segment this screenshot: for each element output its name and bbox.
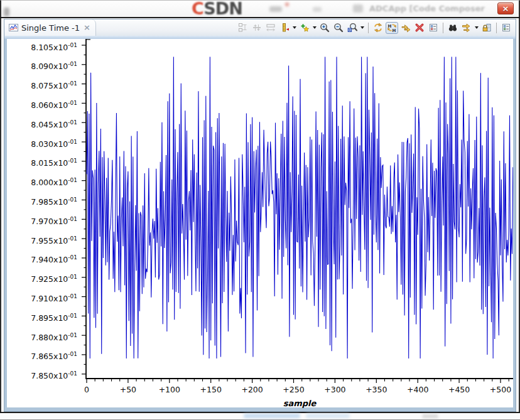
x-tick-label: +300 xyxy=(324,385,345,394)
toolbar-separator xyxy=(496,23,497,33)
interleave-channels-icon[interactable] xyxy=(237,22,249,34)
ghost-blob-2 xyxy=(313,7,322,12)
toolbar-separator xyxy=(443,23,443,33)
graph-content: 8.105x10-018.090x10-018.075x10-018.060x1… xyxy=(4,39,516,411)
x-tick-label: +50 xyxy=(120,385,136,394)
outside-bottom-strip xyxy=(0,413,520,420)
y-tick-label: 7.970x10-01 xyxy=(7,215,77,226)
x-tick-label: +350 xyxy=(366,385,387,394)
graph-toolbar: H H xyxy=(237,19,516,36)
single-time-graph-view: Single Time -1 × xyxy=(4,19,516,412)
x-axis-title: sample xyxy=(283,399,317,408)
y-tick-label: 7.985x10-01 xyxy=(7,195,77,207)
x-tick-label: +100 xyxy=(159,385,180,394)
y-tick-label: 7.865x10-01 xyxy=(7,350,77,361)
zoom-in-icon[interactable] xyxy=(318,22,331,34)
ghost-taskbar-blob-3 xyxy=(422,414,438,418)
window-close-button[interactable]: × xyxy=(497,3,514,14)
view-menu-icon[interactable] xyxy=(500,22,512,34)
y-tick-label: 8.090x10-01 xyxy=(7,60,77,71)
zoom-region-icon[interactable] xyxy=(346,22,359,34)
tab-close-icon[interactable]: × xyxy=(83,24,91,31)
y-tick-label: 7.955x10-01 xyxy=(7,234,77,245)
window-titlebar: CSDN ADCApp [Code Composer × xyxy=(1,1,519,17)
refresh-icon[interactable] xyxy=(372,22,384,34)
ghost-blob-3 xyxy=(353,4,363,13)
y-tick-label: 7.895x10-01 xyxy=(7,311,77,323)
export-data-dropdown-icon[interactable] xyxy=(475,26,479,29)
csdn-watermark: CSDN xyxy=(192,0,242,18)
svg-text:H: H xyxy=(393,28,396,33)
toolbar-separator xyxy=(368,23,369,33)
measure-marker-dropdown-icon[interactable] xyxy=(293,26,296,29)
measure-marker-icon[interactable] xyxy=(278,22,291,34)
y-tick-label: 8.105x10-01 xyxy=(7,41,77,52)
signal-trace xyxy=(87,57,513,358)
titlebar-separator xyxy=(0,17,520,18)
continuous-refresh-icon[interactable]: H H xyxy=(386,22,398,34)
y-tick-label: 7.925x10-01 xyxy=(7,272,77,284)
export-data-icon[interactable] xyxy=(460,22,473,34)
fit-data-icon[interactable] xyxy=(264,22,277,34)
zoom-region-dropdown-icon[interactable] xyxy=(360,26,364,29)
add-graph-icon[interactable] xyxy=(298,22,311,34)
csdn-watermark-rest: SDN xyxy=(203,0,242,18)
ghost-blob-1 xyxy=(269,6,282,12)
line-chart-icon xyxy=(9,23,18,32)
plot-canvas[interactable] xyxy=(7,39,513,407)
x-tick-label: +400 xyxy=(407,385,428,394)
y-tick-label: 8.030x10-01 xyxy=(7,137,77,149)
y-tick-label: 7.910x10-01 xyxy=(7,292,77,303)
ghost-window-title: ADCApp [Code Composer xyxy=(369,4,495,13)
x-tick-label: 0 xyxy=(84,385,89,394)
x-tick-label: +500 xyxy=(490,385,511,394)
y-tick-label: 7.880x10-01 xyxy=(7,331,77,342)
tab-single-time-1[interactable]: Single Time -1 × xyxy=(5,19,96,36)
lock-panels-icon[interactable] xyxy=(480,22,493,34)
ghost-taskbar-blob-1 xyxy=(244,414,300,418)
x-tick-label: +450 xyxy=(448,385,470,394)
csdn-watermark-c: C xyxy=(192,0,203,18)
y-tick-label: 8.000x10-01 xyxy=(7,176,77,187)
y-tick-label: 7.850x10-01 xyxy=(7,369,77,380)
display-properties-icon[interactable] xyxy=(427,22,440,34)
y-tick-label: 7.940x10-01 xyxy=(7,253,77,264)
add-graph-dropdown-icon[interactable] xyxy=(313,26,317,29)
y-tick-label: 8.015x10-01 xyxy=(7,156,77,168)
clear-graph-icon[interactable] xyxy=(413,22,426,34)
ghost-window-icon xyxy=(4,8,9,16)
ghost-red-dot xyxy=(285,3,289,6)
x-tick-label: +200 xyxy=(241,385,263,394)
x-tick-label: +150 xyxy=(200,385,222,394)
x-tick-label: +250 xyxy=(283,385,304,394)
ghost-taskbar-blob-2 xyxy=(306,414,350,418)
view-tabbar: Single Time -1 × xyxy=(4,19,516,36)
y-tick-label: 8.075x10-01 xyxy=(7,79,77,90)
y-tick-label: 8.045x10-01 xyxy=(7,118,77,129)
forward-data-icon[interactable] xyxy=(399,22,412,34)
zoom-out-icon[interactable] xyxy=(332,22,345,34)
y-tick-label: 8.060x10-01 xyxy=(7,99,77,110)
align-center-icon[interactable] xyxy=(251,22,263,34)
find-icon[interactable] xyxy=(447,22,459,34)
tab-label: Single Time -1 xyxy=(21,23,80,33)
